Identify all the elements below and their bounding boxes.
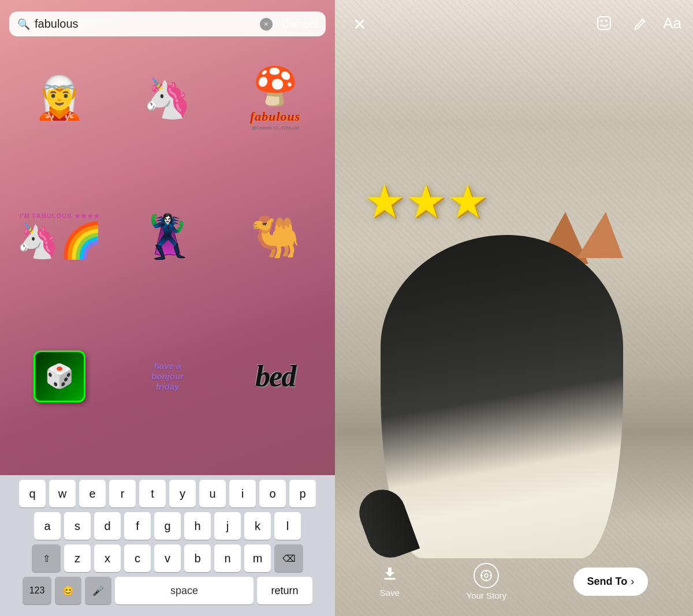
key-d[interactable]: d	[94, 512, 121, 540]
key-backspace[interactable]: ⌫	[274, 544, 303, 572]
cat-ear-right	[577, 212, 623, 258]
sticker-homer[interactable]: 🧝	[6, 51, 114, 144]
pen-button[interactable]	[627, 10, 653, 36]
keyboard: q w e r t y u i o p a s d f g h j k l ⇧ …	[0, 475, 335, 616]
save-button[interactable]: Save	[380, 565, 400, 598]
key-g[interactable]: g	[154, 512, 181, 540]
key-w[interactable]: w	[49, 480, 76, 507]
sticker-homer-emoji: 🧝	[33, 77, 85, 118]
key-m[interactable]: m	[244, 544, 271, 572]
key-x[interactable]: x	[94, 544, 121, 572]
story-editor-panel: ★ ★ ★ ✕ Aa	[335, 0, 693, 616]
key-y[interactable]: y	[169, 480, 196, 507]
sticker-unicorn[interactable]: 🦄	[114, 51, 222, 144]
sticker-im-fab-content: i'm FABULOUS ★★★★ 🦄🌈	[16, 212, 103, 261]
key-k[interactable]: k	[244, 512, 271, 540]
key-q[interactable]: q	[19, 480, 46, 507]
key-p[interactable]: p	[289, 480, 316, 507]
send-to-chevron: ›	[631, 576, 634, 588]
sticker-villain-emoji: 🦹‍♀️	[141, 216, 193, 257]
sticker-fabulous-text: 🍄 fabulous @Celeste CL-3158-LM	[250, 65, 300, 130]
sticker-bed-text: bed	[255, 359, 295, 393]
your-story-icon	[474, 563, 499, 588]
key-u[interactable]: u	[199, 480, 226, 507]
sticker-dice[interactable]: 🎲	[6, 330, 114, 423]
search-icon: 🔍	[17, 18, 30, 31]
keyboard-row-4: 123 😊 🎤 space return	[2, 577, 333, 604]
sticker-grid: 🧝 🦄 🍄 fabulous @Celeste CL-3158-LM i'm F…	[0, 46, 335, 475]
sticker-search-panel: 🔍 × Cancel 🧝 🦄 🍄 fabulous @Celeste CL-31…	[0, 0, 335, 616]
your-story-label: Your Story	[467, 591, 507, 600]
sticker-unicorn-emoji: 🦄	[143, 78, 192, 117]
star-1: ★	[364, 179, 405, 225]
sticker-villain[interactable]: 🦹‍♀️	[114, 191, 222, 283]
key-o[interactable]: o	[259, 480, 286, 507]
sticker-button[interactable]	[591, 10, 617, 36]
sticker-blue-camel[interactable]: 🐫	[221, 191, 329, 283]
key-t[interactable]: t	[139, 480, 166, 507]
clear-search-button[interactable]: ×	[260, 18, 273, 31]
send-to-button[interactable]: Send To ›	[573, 568, 649, 596]
sticker-bonjour-visual: have abonjourfriday	[151, 361, 184, 392]
svg-rect-3	[384, 578, 396, 580]
key-j[interactable]: j	[214, 512, 241, 540]
key-b[interactable]: b	[184, 544, 211, 572]
key-v[interactable]: v	[154, 544, 181, 572]
your-story-button[interactable]: Your Story	[467, 563, 507, 600]
keyboard-row-1: q w e r t y u i o p	[2, 480, 333, 507]
story-background: ★ ★ ★	[335, 0, 693, 616]
text-button[interactable]: Aa	[663, 14, 681, 32]
toolbar-right: Aa	[591, 10, 681, 36]
key-shift[interactable]: ⇧	[32, 544, 61, 572]
key-mic[interactable]: 🎤	[85, 577, 111, 604]
sticker-bonjour[interactable]: have abonjourfriday	[114, 330, 222, 423]
key-f[interactable]: f	[124, 512, 151, 540]
star-2: ★	[405, 179, 447, 225]
top-toolbar: Aa	[335, 0, 693, 46]
keyboard-row-2: a s d f g h j k l	[2, 512, 333, 540]
key-e[interactable]: e	[79, 480, 106, 507]
sticker-bed[interactable]: bed	[221, 330, 329, 423]
key-emoji[interactable]: 😊	[55, 577, 81, 604]
sticker-fabulous-mushroom[interactable]: 🍄 fabulous @Celeste CL-3158-LM	[221, 51, 329, 144]
key-space[interactable]: space	[115, 577, 254, 604]
search-bar: 🔍 × Cancel	[9, 12, 326, 36]
key-l[interactable]: l	[274, 512, 301, 540]
sticker-im-fabulous[interactable]: i'm FABULOUS ★★★★ 🦄🌈	[6, 191, 114, 283]
cat-body	[381, 235, 623, 558]
stars-sticker[interactable]: ★ ★ ★	[364, 179, 489, 225]
sticker-camel-emoji: 🐫	[250, 216, 300, 257]
key-z[interactable]: z	[64, 544, 91, 572]
key-return[interactable]: return	[257, 577, 312, 604]
star-3: ★	[447, 179, 489, 225]
key-n[interactable]: n	[214, 544, 241, 572]
key-i[interactable]: i	[229, 480, 256, 507]
send-to-text: Send To	[587, 576, 628, 588]
save-icon	[382, 565, 398, 585]
key-c[interactable]: c	[124, 544, 151, 572]
sticker-dice-visual: 🎲	[33, 350, 85, 402]
bottom-toolbar: Save Your Story Send To ›	[335, 552, 693, 616]
close-button[interactable]: ✕	[346, 12, 372, 37]
svg-point-1	[601, 20, 603, 22]
keyboard-row-3: ⇧ z x c v b n m ⌫	[2, 544, 333, 572]
key-s[interactable]: s	[64, 512, 91, 540]
key-numbers[interactable]: 123	[23, 577, 51, 604]
svg-point-5	[485, 574, 488, 577]
search-input[interactable]	[35, 17, 255, 31]
cat-illustration	[381, 212, 623, 558]
key-h[interactable]: h	[184, 512, 211, 540]
svg-point-2	[605, 20, 608, 22]
key-r[interactable]: r	[109, 480, 136, 507]
svg-rect-0	[598, 17, 610, 29]
cancel-button[interactable]: Cancel	[282, 17, 318, 31]
key-a[interactable]: a	[34, 512, 61, 540]
save-label: Save	[380, 588, 400, 598]
